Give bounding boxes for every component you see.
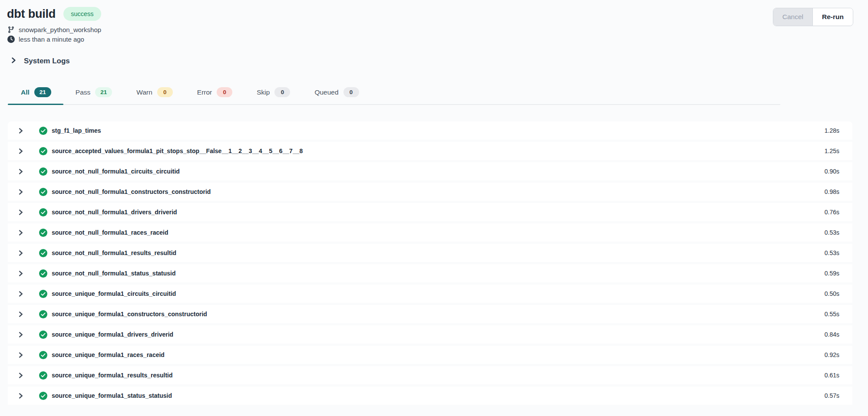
result-name: source_not_null_formula1_constructors_co… bbox=[52, 188, 211, 195]
result-name: stg_f1_lap_times bbox=[52, 127, 101, 134]
results-tabs: All 21 Pass 21 Warn 0 Error 0 Skip 0 Que… bbox=[8, 83, 780, 105]
result-name: source_unique_formula1_drivers_driverid bbox=[52, 331, 173, 338]
tab-count-badge: 0 bbox=[343, 87, 359, 97]
check-circle-icon bbox=[39, 167, 47, 176]
check-circle-icon bbox=[39, 371, 47, 380]
tab-label: Warn bbox=[136, 88, 152, 96]
clock-icon bbox=[7, 36, 15, 43]
run-meta: snowpark_python_workshop less than a min… bbox=[0, 26, 868, 43]
chevron-right-icon[interactable] bbox=[18, 393, 24, 399]
check-circle-icon bbox=[39, 147, 47, 155]
tab-count-badge: 0 bbox=[274, 87, 290, 97]
result-row: source_not_null_formula1_circuits_circui… bbox=[8, 162, 852, 180]
result-name: source_not_null_formula1_drivers_driveri… bbox=[52, 209, 177, 216]
header-actions: Cancel Re-run bbox=[773, 8, 853, 26]
result-row: source_unique_formula1_races_raceid 0.92… bbox=[8, 346, 852, 364]
chevron-right-icon[interactable] bbox=[18, 169, 24, 174]
check-circle-icon bbox=[39, 392, 47, 400]
result-row: source_unique_formula1_drivers_driverid … bbox=[8, 325, 852, 344]
tab-label: All bbox=[21, 88, 30, 96]
chevron-right-icon[interactable] bbox=[18, 271, 24, 276]
rerun-button[interactable]: Re-run bbox=[812, 8, 853, 26]
tab-queued[interactable]: Queued 0 bbox=[302, 83, 371, 104]
result-name: source_not_null_formula1_status_statusid bbox=[52, 270, 176, 277]
result-duration: 0.50s bbox=[825, 290, 839, 297]
chevron-right-icon[interactable] bbox=[18, 373, 24, 378]
result-row: stg_f1_lap_times 1.28s bbox=[8, 121, 852, 140]
result-duration: 0.98s bbox=[825, 188, 839, 195]
result-row: source_not_null_formula1_constructors_co… bbox=[8, 183, 852, 201]
system-logs-label: System Logs bbox=[24, 57, 70, 66]
result-duration: 0.59s bbox=[825, 270, 839, 277]
result-duration: 0.55s bbox=[825, 311, 839, 318]
result-row: source_unique_formula1_circuits_circuiti… bbox=[8, 285, 852, 303]
check-circle-icon bbox=[39, 310, 47, 318]
time-line: less than a minute ago bbox=[7, 36, 868, 43]
tab-error[interactable]: Error 0 bbox=[185, 83, 244, 104]
check-circle-icon bbox=[39, 188, 47, 196]
chevron-right-icon[interactable] bbox=[18, 332, 24, 337]
result-row: source_not_null_formula1_races_raceid 0.… bbox=[8, 223, 852, 242]
chevron-right-icon[interactable] bbox=[18, 250, 24, 256]
result-row: source_not_null_formula1_drivers_driveri… bbox=[8, 203, 852, 221]
check-circle-icon bbox=[39, 331, 47, 339]
status-badge: success bbox=[63, 7, 101, 21]
result-name: source_unique_formula1_races_raceid bbox=[52, 351, 165, 358]
tab-pass[interactable]: Pass 21 bbox=[63, 83, 125, 104]
chevron-right-icon[interactable] bbox=[18, 311, 24, 317]
chevron-right-icon[interactable] bbox=[18, 291, 24, 297]
result-duration: 0.57s bbox=[825, 392, 839, 399]
result-row: source_unique_formula1_status_statusid 0… bbox=[8, 387, 852, 405]
result-duration: 0.61s bbox=[825, 372, 839, 379]
cancel-button[interactable]: Cancel bbox=[773, 8, 812, 26]
result-row: source_not_null_formula1_status_statusid… bbox=[8, 264, 852, 282]
tab-count-badge: 21 bbox=[34, 87, 51, 97]
tab-count-badge: 0 bbox=[217, 87, 232, 97]
tab-label: Pass bbox=[76, 88, 90, 96]
chevron-right-icon[interactable] bbox=[18, 189, 24, 195]
page-title: dbt build bbox=[7, 7, 56, 21]
result-name: source_unique_formula1_status_statusid bbox=[52, 392, 172, 399]
chevron-right-icon[interactable] bbox=[18, 128, 24, 134]
tab-label: Skip bbox=[257, 88, 270, 96]
chevron-right-icon[interactable] bbox=[18, 148, 24, 154]
result-duration: 0.84s bbox=[825, 331, 839, 338]
result-row: source_unique_formula1_constructors_cons… bbox=[8, 305, 852, 323]
chevron-right-icon bbox=[11, 57, 17, 65]
branch-name: snowpark_python_workshop bbox=[19, 26, 101, 33]
run-header: dbt build success bbox=[0, 7, 868, 21]
chevron-right-icon[interactable] bbox=[18, 210, 24, 215]
result-row: source_not_null_formula1_results_resulti… bbox=[8, 244, 852, 262]
git-branch-icon bbox=[7, 26, 15, 33]
check-circle-icon bbox=[39, 208, 47, 216]
branch-line: snowpark_python_workshop bbox=[7, 26, 868, 33]
check-circle-icon bbox=[39, 127, 47, 135]
result-name: source_unique_formula1_circuits_circuiti… bbox=[52, 290, 176, 297]
result-duration: 0.90s bbox=[825, 168, 839, 175]
result-name: source_unique_formula1_constructors_cons… bbox=[52, 311, 207, 318]
result-name: source_not_null_formula1_results_resulti… bbox=[52, 249, 176, 256]
results-list: stg_f1_lap_times 1.28s source_accepted_v… bbox=[8, 121, 852, 405]
chevron-right-icon[interactable] bbox=[18, 352, 24, 358]
run-detail-page: dbt build success Cancel Re-run snowpark… bbox=[0, 0, 868, 416]
result-name: source_not_null_formula1_races_raceid bbox=[52, 229, 168, 236]
system-logs-toggle[interactable]: System Logs bbox=[11, 57, 70, 66]
tab-count-badge: 21 bbox=[95, 87, 112, 97]
tab-count-badge: 0 bbox=[157, 87, 173, 97]
check-circle-icon bbox=[39, 229, 47, 237]
result-name: source_unique_formula1_results_resultid bbox=[52, 372, 173, 379]
tab-warn[interactable]: Warn 0 bbox=[124, 83, 185, 104]
check-circle-icon bbox=[39, 269, 47, 278]
check-circle-icon bbox=[39, 351, 47, 359]
tab-label: Queued bbox=[314, 88, 338, 96]
result-name: source_accepted_values_formula1_pit_stop… bbox=[52, 147, 303, 154]
tab-skip[interactable]: Skip 0 bbox=[244, 83, 302, 104]
result-duration: 0.92s bbox=[825, 351, 839, 358]
result-duration: 1.25s bbox=[825, 147, 839, 154]
result-row: source_unique_formula1_results_resultid … bbox=[8, 366, 852, 384]
tab-all[interactable]: All 21 bbox=[8, 83, 63, 104]
result-duration: 0.53s bbox=[825, 229, 839, 236]
chevron-right-icon[interactable] bbox=[18, 230, 24, 236]
result-row: source_accepted_values_formula1_pit_stop… bbox=[8, 142, 852, 160]
time-ago: less than a minute ago bbox=[19, 36, 84, 43]
